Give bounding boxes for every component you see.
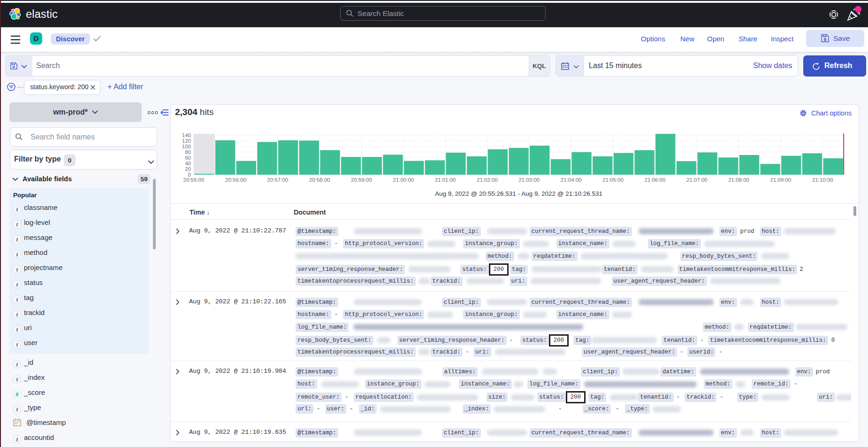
svg-text:21:04:00: 21:04:00 xyxy=(561,177,582,183)
svg-text:60: 60 xyxy=(185,155,191,161)
svg-text:21:08:00: 21:08:00 xyxy=(728,177,749,183)
svg-text:20:59:00: 20:59:00 xyxy=(351,177,372,183)
svg-text:21:10:00: 21:10:00 xyxy=(812,177,833,183)
svg-text:120: 120 xyxy=(182,138,191,144)
svg-text:21:01:00: 21:01:00 xyxy=(435,177,456,183)
svg-text:20:56:00: 20:56:00 xyxy=(225,177,246,183)
svg-text:20:55:00: 20:55:00 xyxy=(183,177,205,183)
svg-text:21:00:00: 21:00:00 xyxy=(393,177,414,183)
svg-text:21:02:00: 21:02:00 xyxy=(477,177,498,183)
svg-text:20: 20 xyxy=(185,166,191,172)
svg-text:21:07:00: 21:07:00 xyxy=(686,177,708,183)
svg-text:40: 40 xyxy=(185,161,191,166)
svg-text:100: 100 xyxy=(182,144,191,149)
svg-text:20:58:00: 20:58:00 xyxy=(309,177,330,183)
svg-text:140: 140 xyxy=(182,132,191,138)
svg-text:21:05:00: 21:05:00 xyxy=(602,177,624,183)
svg-text:20:57:00: 20:57:00 xyxy=(267,177,288,183)
svg-text:21:06:00: 21:06:00 xyxy=(645,177,666,183)
svg-text:21:03:00: 21:03:00 xyxy=(518,177,540,183)
svg-text:80: 80 xyxy=(185,149,191,155)
svg-text:21:09:00: 21:09:00 xyxy=(770,177,792,183)
